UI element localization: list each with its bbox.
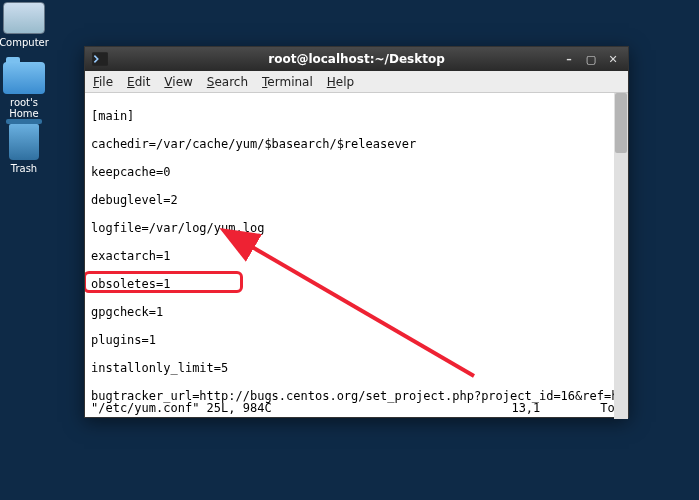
term-line: [main]	[91, 109, 622, 123]
menu-edit[interactable]: Edit	[127, 75, 150, 89]
titlebar[interactable]: root@localhost:~/Desktop – ▢ ✕	[85, 47, 628, 71]
window-title: root@localhost:~/Desktop	[85, 52, 628, 66]
menu-terminal[interactable]: Terminal	[262, 75, 313, 89]
maximize-button[interactable]: ▢	[582, 52, 600, 66]
term-line: debuglevel=2	[91, 193, 622, 207]
term-line: gpgcheck=1	[91, 305, 622, 319]
desktop-icon-computer[interactable]: Computer	[0, 2, 54, 48]
desktop-icon-label: root's Home	[9, 97, 39, 119]
desktop-icon-home[interactable]: root's Home	[0, 62, 54, 119]
term-line: installonly_limit=5	[91, 361, 622, 375]
menu-file[interactable]: File	[93, 75, 113, 89]
term-line: cachedir=/var/cache/yum/$basearch/$relea…	[91, 137, 622, 151]
term-line: obsoletes=1	[91, 277, 622, 291]
terminal-scrollbar[interactable]	[614, 93, 628, 419]
vim-status-position: 13,1	[511, 401, 540, 415]
terminal-content[interactable]: [main] cachedir=/var/cache/yum/$basearch…	[85, 93, 628, 417]
svg-rect-0	[92, 52, 108, 66]
menu-view[interactable]: View	[164, 75, 192, 89]
computer-icon	[3, 2, 45, 34]
menu-help[interactable]: Help	[327, 75, 354, 89]
menubar: File Edit View Search Terminal Help	[85, 71, 628, 93]
desktop-icon-trash[interactable]: Trash	[0, 124, 54, 174]
term-line: logfile=/var/log/yum.log	[91, 221, 622, 235]
term-line: plugins=1	[91, 333, 622, 347]
scrollbar-thumb[interactable]	[615, 93, 627, 153]
vim-status-file: "/etc/yum.conf" 25L, 984C	[91, 401, 272, 415]
desktop-icon-label: Computer	[0, 37, 49, 48]
terminal-app-icon	[91, 50, 109, 68]
terminal-window: root@localhost:~/Desktop – ▢ ✕ File Edit…	[84, 46, 629, 418]
minimize-button[interactable]: –	[560, 52, 578, 66]
trash-icon	[9, 124, 39, 160]
desktop-icon-label: Trash	[11, 163, 37, 174]
menu-search[interactable]: Search	[207, 75, 248, 89]
vim-status-line: "/etc/yum.conf" 25L, 984C 13,1 Top	[91, 401, 622, 415]
close-button[interactable]: ✕	[604, 52, 622, 66]
term-line: keepcache=0	[91, 165, 622, 179]
folder-icon	[3, 62, 45, 94]
term-line: exactarch=1	[91, 249, 622, 263]
